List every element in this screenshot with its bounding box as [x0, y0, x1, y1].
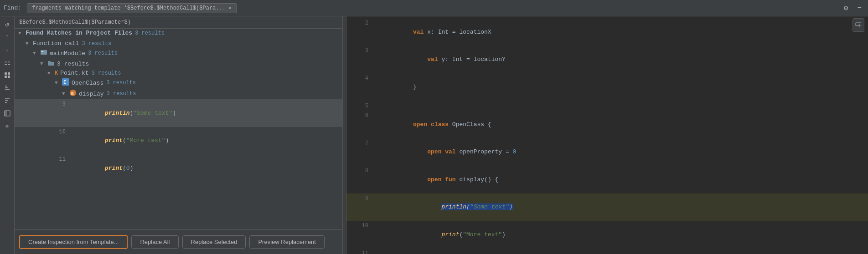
editor-line: 11 print(0): [346, 249, 868, 254]
line-number: 7: [354, 140, 368, 147]
left-toolbar: ↺ ↑ ↓ ⚏: [0, 16, 15, 254]
panel-icon[interactable]: [1, 107, 13, 119]
results-header-count: 3 results: [135, 30, 165, 36]
expand-icon[interactable]: »: [1, 120, 13, 132]
chevron-down-icon: ▼: [33, 51, 38, 56]
replace-selected-button[interactable]: Replace Selected: [182, 235, 246, 249]
editor-line: 10 print("More text"): [346, 221, 868, 249]
code-content: }: [377, 74, 417, 101]
code-content: [377, 102, 381, 111]
refresh-icon[interactable]: ↺: [1, 18, 13, 30]
scroll-divider: [343, 16, 346, 254]
line-number: 9: [55, 101, 66, 107]
code-content: val y: Int = locationY: [377, 46, 506, 73]
method-icon: m: [69, 89, 77, 98]
code-content: println("Some text"): [69, 100, 176, 127]
code-content: println("Some text"): [377, 194, 513, 221]
line-number: 11: [55, 156, 66, 163]
list-item[interactable]: ▼ mainModule 3 results: [15, 48, 342, 59]
chevron-down-icon: ▼: [62, 91, 67, 97]
class-label: OpenClass: [72, 80, 103, 86]
list-item[interactable]: ▼ Function call 3 results: [15, 39, 342, 48]
results-header[interactable]: ▼ Found Matches in Project Files 3 resul…: [15, 29, 342, 37]
code-content: open class OpenClass {: [377, 111, 491, 138]
list-item[interactable]: ▼ K Point.kt 3 results: [15, 69, 342, 77]
svg-text:C: C: [63, 80, 66, 85]
editor-line: 7 open val openProperty = 0: [346, 138, 868, 166]
line-number: 11: [354, 250, 368, 254]
line-number: 9: [354, 195, 368, 202]
group-count: 3 results: [82, 41, 111, 47]
code-editor-inner: 2 val x: Int = locationX 3 val y: Int = …: [346, 16, 868, 254]
chevron-down-icon: ▼: [40, 61, 46, 66]
code-content: print(0): [69, 155, 133, 182]
chevron-down-icon: ▼: [18, 30, 24, 36]
editor-line: 2 val x: Int = locationX: [346, 18, 868, 46]
inspect-icon[interactable]: [1, 69, 13, 81]
class-count: 3 results: [106, 80, 136, 86]
template-bar: $Before$.$MethodCall$($Parameter$): [15, 16, 342, 29]
svg-rect-13: [41, 51, 43, 52]
editor-line: 3 val y: Int = locationY: [346, 46, 868, 74]
main-area: ↺ ↑ ↓ ⚏: [0, 16, 868, 254]
file-count: 3 results: [92, 70, 121, 76]
editor-line: 5: [346, 101, 868, 111]
filter-icon[interactable]: ⚏: [1, 56, 13, 68]
soft-wrap-icon[interactable]: [852, 18, 864, 32]
code-match-line[interactable]: 11 print(0): [15, 154, 342, 182]
line-number: 10: [354, 223, 368, 229]
svg-rect-0: [5, 72, 7, 75]
results-header-label: Found Matches in Project Files: [26, 30, 132, 36]
preview-replacement-button[interactable]: Preview Replacement: [249, 235, 324, 249]
code-content: print("More text"): [69, 127, 169, 154]
list-item[interactable]: ▼ 3 results: [15, 59, 342, 69]
list-item[interactable]: ▼ m display 3 results: [15, 88, 342, 99]
list-item[interactable]: ▼ C OpenClass 3 results: [15, 77, 342, 88]
code-keyword: println: [105, 110, 130, 117]
editor-line: 6 open class OpenClass {: [346, 111, 868, 138]
svg-rect-2: [5, 76, 7, 78]
up-icon[interactable]: ↑: [1, 31, 13, 43]
create-inspection-button[interactable]: Create Inspection from Template...: [19, 235, 128, 249]
class-icon: C: [62, 78, 69, 87]
svg-rect-1: [8, 72, 10, 75]
file-icon: K: [55, 70, 58, 76]
chevron-down-icon: ▼: [47, 71, 53, 76]
code-match-line[interactable]: 10 print("More text"): [15, 127, 342, 155]
svg-rect-11: [5, 111, 7, 116]
code-string: "Some text": [133, 110, 172, 117]
line-number: 8: [354, 168, 368, 174]
replace-all-button[interactable]: Replace All: [131, 235, 178, 249]
close-tab-icon[interactable]: ✕: [228, 5, 232, 11]
editor-line: 8 open fun display() {: [346, 166, 868, 193]
code-string: "More text": [126, 137, 165, 144]
code-method: print: [105, 165, 123, 172]
down-icon[interactable]: ↓: [1, 44, 13, 56]
svg-rect-12: [41, 50, 47, 55]
line-number: 4: [354, 75, 368, 81]
svg-rect-3: [8, 76, 10, 78]
module-icon: [40, 49, 47, 58]
group-label: Function call: [33, 40, 79, 47]
method-count: 3 results: [107, 91, 136, 97]
results-panel: $Before$.$MethodCall$($Parameter$) ▼ Fou…: [15, 16, 343, 254]
minimize-icon[interactable]: −: [854, 3, 864, 13]
editor-line: 4 }: [346, 73, 868, 101]
module-count: 3 results: [88, 50, 118, 56]
code-match-line[interactable]: 9 println("Some text"): [15, 99, 342, 127]
sort-asc-icon[interactable]: [1, 82, 13, 94]
method-label: display: [79, 91, 104, 97]
code-editor[interactable]: 2 val x: Int = locationX 3 val y: Int = …: [346, 16, 868, 254]
line-number: 10: [55, 129, 66, 135]
find-tab[interactable]: fragments matching template '$Before$.$M…: [27, 3, 237, 13]
find-bar: Find: fragments matching template '$Befo…: [0, 0, 868, 16]
sort-desc-icon[interactable]: [1, 95, 13, 107]
template-text: $Before$.$MethodCall$($Parameter$): [19, 19, 131, 25]
line-number: 2: [354, 20, 368, 26]
folder-icon: [47, 60, 55, 68]
svg-text:m: m: [71, 91, 74, 96]
settings-icon[interactable]: ⚙: [841, 3, 851, 14]
chevron-down-icon: ▼: [26, 41, 31, 46]
code-number: 0: [126, 165, 130, 172]
folder-label: 3 results: [57, 61, 89, 67]
